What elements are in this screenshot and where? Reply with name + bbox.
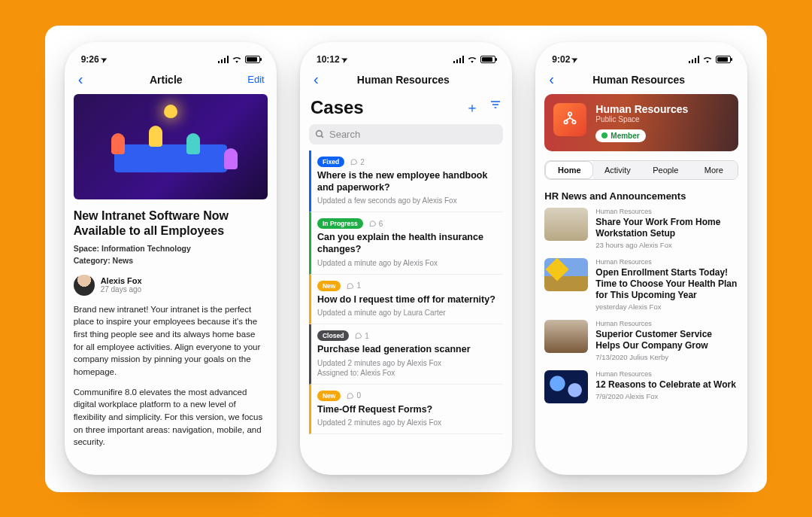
status-badge: New xyxy=(317,281,341,291)
nav-bar: ‹ Human Resources xyxy=(544,66,738,94)
status-icons xyxy=(218,56,260,63)
news-subtitle: yesterday Alexis Fox xyxy=(595,303,738,311)
back-icon[interactable]: ‹ xyxy=(312,71,320,88)
case-subtitle: Updated a minute ago by Laura Carter xyxy=(317,308,500,318)
news-subtitle: 7/13/2020 Julius Kerby xyxy=(595,353,738,361)
case-item[interactable]: Closed1Purchase lead generation scannerU… xyxy=(309,324,503,385)
back-icon[interactable]: ‹ xyxy=(547,71,556,88)
comment-count: 0 xyxy=(347,391,361,400)
case-item[interactable]: New0Time-Off Request Forms?Updated 2 min… xyxy=(309,385,503,435)
news-title: 12 Reasons to Celebrate at Work xyxy=(595,379,738,391)
phone-cases: 10:12➤ ‹ Human Resources Cases ＋ xyxy=(300,42,512,475)
notch xyxy=(357,42,455,59)
news-thumbnail xyxy=(544,208,588,241)
article-category: Category: News xyxy=(74,255,268,267)
news-thumbnail xyxy=(544,370,588,403)
edit-button[interactable]: Edit xyxy=(247,74,264,85)
tab-people[interactable]: People xyxy=(641,161,689,179)
screen: ‹ Article Edit New Intranet Software Now… xyxy=(74,66,268,461)
wifi-icon xyxy=(467,56,477,63)
comment-count: 1 xyxy=(355,332,369,340)
author-row[interactable]: Alexis Fox 27 days ago xyxy=(74,275,268,296)
case-subtitle: Updated 2 minutes ago by Alexis Fox xyxy=(317,418,500,427)
add-case-button[interactable]: ＋ xyxy=(465,99,479,117)
signal-icon xyxy=(453,56,464,63)
case-title: Time-Off Request Forms? xyxy=(317,404,500,416)
news-thumbnail xyxy=(544,258,588,291)
news-item[interactable]: Human Resources12 Reasons to Celebrate a… xyxy=(544,370,738,403)
check-icon xyxy=(601,132,607,138)
wifi-icon xyxy=(702,56,713,63)
comment-icon xyxy=(347,282,354,290)
news-list: Human ResourcesShare Your Work From Home… xyxy=(544,208,738,403)
status-badge: New xyxy=(317,391,341,401)
signal-icon xyxy=(689,56,699,63)
nav-title: Human Resources xyxy=(357,74,450,86)
case-item[interactable]: Fixed2Where is the new employee handbook… xyxy=(309,151,503,212)
filter-button[interactable] xyxy=(489,99,501,117)
news-item[interactable]: Human ResourcesOpen Enrollment Starts To… xyxy=(544,258,738,311)
news-category: Human Resources xyxy=(595,320,738,327)
para-2: Communifire 8.0 elevates the most advanc… xyxy=(74,386,268,449)
case-assignee: Assigned to: Alexis Fox xyxy=(317,368,500,378)
battery-icon xyxy=(480,56,495,63)
comment-count: 6 xyxy=(369,220,383,228)
nav-bar: ‹ Human Resources xyxy=(309,66,503,94)
svg-line-4 xyxy=(321,135,323,138)
article-body: Brand new intranet! Your intranet is the… xyxy=(74,303,268,449)
nav-title: Human Resources xyxy=(592,74,685,86)
comment-count: 2 xyxy=(350,158,365,166)
status-time: 9:26➤ xyxy=(81,54,107,65)
screen: ‹ Human Resources Cases ＋ Search Fixed2W… xyxy=(309,66,503,461)
case-item[interactable]: New1How do I request time off for matern… xyxy=(309,275,503,325)
space-banner: Human Resources Public Space Member xyxy=(544,94,738,151)
tab-home[interactable]: Home xyxy=(545,161,593,179)
comment-icon xyxy=(347,392,354,400)
search-icon xyxy=(315,129,325,139)
svg-point-3 xyxy=(317,131,323,137)
case-title: Purchase lead generation scanner xyxy=(317,344,500,356)
search-input[interactable]: Search xyxy=(309,124,503,144)
news-title: Open Enrollment Starts Today! Time to Ch… xyxy=(595,267,738,301)
news-title: Share Your Work From Home Workstation Se… xyxy=(595,217,738,239)
member-label: Member xyxy=(611,132,639,140)
wifi-icon xyxy=(232,56,242,63)
banner-subtitle: Public Space xyxy=(595,115,688,123)
phone-space: 9:02➤ ‹ Human Resources Human Resources … xyxy=(535,42,747,475)
case-title: Can you explain the health insurance cha… xyxy=(317,232,500,255)
search-placeholder: Search xyxy=(329,129,360,140)
banner-title: Human Resources xyxy=(595,103,688,115)
status-badge: Fixed xyxy=(317,157,344,167)
case-subtitle: Updated 2 minutes ago by Alexis Fox xyxy=(317,358,500,368)
back-icon[interactable]: ‹ xyxy=(77,71,85,88)
cases-heading: Cases xyxy=(311,97,364,118)
case-subtitle: Updated a few seconds ago by Alexis Fox xyxy=(317,196,500,205)
showcase-card: 9:26➤ ‹ Article Edit New Intranet Softwa… xyxy=(45,26,767,492)
case-subtitle: Updated a minute ago by Alexis Fox xyxy=(317,258,500,268)
news-category: Human Resources xyxy=(595,370,738,378)
nav-title: Article xyxy=(150,74,183,86)
comment-icon xyxy=(350,158,358,166)
tab-activity[interactable]: Activity xyxy=(593,161,641,179)
space-icon xyxy=(553,103,586,136)
case-title: How do I request time off for maternity? xyxy=(317,294,500,306)
news-item[interactable]: Human ResourcesSuperior Customer Service… xyxy=(544,320,738,361)
status-icons xyxy=(689,56,731,63)
comment-icon xyxy=(369,220,377,227)
status-badge: In Progress xyxy=(317,218,363,229)
case-list: Fixed2Where is the new employee handbook… xyxy=(309,151,503,434)
battery-icon xyxy=(716,56,731,63)
news-item[interactable]: Human ResourcesShare Your Work From Home… xyxy=(544,208,738,249)
para-1: Brand new intranet! Your intranet is the… xyxy=(74,303,268,379)
phone-article: 9:26➤ ‹ Article Edit New Intranet Softwa… xyxy=(65,42,277,475)
status-icons xyxy=(453,56,495,63)
case-item[interactable]: In Progress6Can you explain the health i… xyxy=(309,212,503,274)
member-chip[interactable]: Member xyxy=(595,129,645,142)
news-category: Human Resources xyxy=(595,208,738,215)
signal-icon xyxy=(218,56,229,63)
article-space: Space: Information Technology xyxy=(74,243,268,255)
notch xyxy=(592,42,690,59)
tab-more[interactable]: More xyxy=(689,161,738,179)
comment-count: 1 xyxy=(347,281,361,290)
comment-icon xyxy=(355,332,362,339)
